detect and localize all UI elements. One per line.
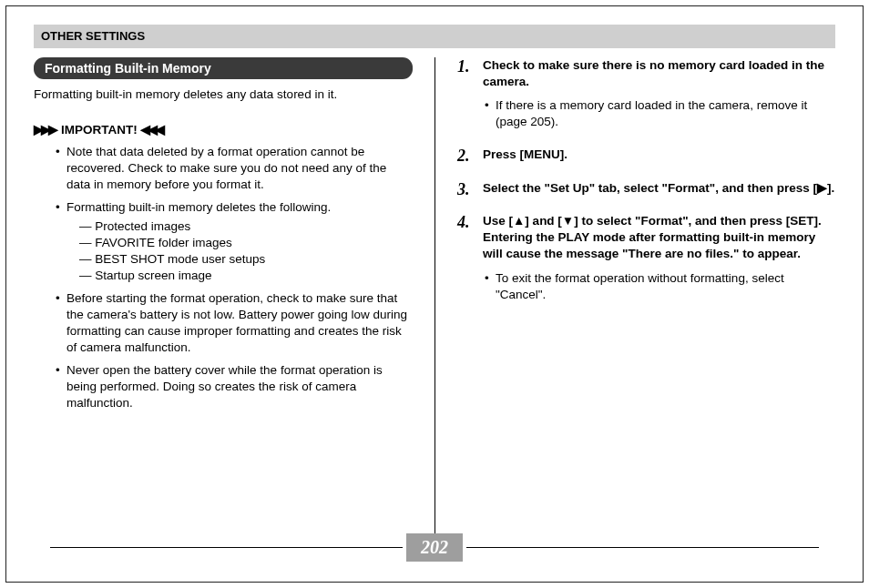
footer-rule bbox=[50, 547, 403, 548]
step-sublist: To exit the format operation without for… bbox=[483, 270, 835, 303]
chapter-title: OTHER SETTINGS bbox=[41, 29, 145, 43]
step-body: Select the "Set Up" tab, select "Format"… bbox=[483, 180, 835, 197]
chapter-header: OTHER SETTINGS bbox=[34, 25, 835, 48]
list-item-text: Startup screen image bbox=[95, 269, 211, 282]
step-number: 3. bbox=[457, 178, 470, 200]
step-body: Use [▲] and [▼] to select "Format", and … bbox=[483, 213, 835, 263]
page-footer: 202 bbox=[6, 533, 863, 562]
list-item-text: BEST SHOT mode user setups bbox=[95, 252, 265, 266]
step-item: 4. Use [▲] and [▼] to select "Format", a… bbox=[457, 213, 835, 303]
step-sublist: If there is a memory card loaded in the … bbox=[483, 97, 835, 130]
list-item: To exit the format operation without for… bbox=[496, 270, 835, 303]
list-item-text: Formatting built-in memory deletes the f… bbox=[66, 200, 331, 214]
arrow-right-icon: ▶▶▶ bbox=[34, 122, 56, 138]
page-number: 202 bbox=[406, 533, 463, 562]
step-item: 1. Check to make sure there is no memory… bbox=[457, 57, 835, 131]
step-number: 1. bbox=[457, 56, 470, 77]
list-item: FAVORITE folder images bbox=[79, 235, 413, 251]
deletes-list: Protected images FAVORITE folder images … bbox=[66, 218, 413, 285]
section-heading: Formatting Built-in Memory bbox=[34, 57, 413, 80]
list-item-text: To exit the format operation without for… bbox=[496, 271, 784, 301]
document-page: OTHER SETTINGS Formatting Built-in Memor… bbox=[5, 5, 864, 583]
list-item-text: Protected images bbox=[95, 219, 190, 233]
step-body: Check to make sure there is no memory ca… bbox=[483, 57, 835, 90]
step-number: 2. bbox=[457, 145, 470, 167]
list-item: If there is a memory card loaded in the … bbox=[496, 97, 835, 130]
arrow-left-icon: ▶▶▶ bbox=[143, 122, 165, 138]
list-item-text: Never open the battery cover while the f… bbox=[66, 363, 383, 410]
list-item-text: FAVORITE folder images bbox=[95, 236, 232, 249]
footer-rule bbox=[466, 547, 819, 548]
list-item: Formatting built-in memory deletes the f… bbox=[66, 199, 413, 285]
important-list: Note that data deleted by a format opera… bbox=[34, 144, 413, 411]
content-columns: Formatting Built-in Memory Formatting bu… bbox=[34, 57, 835, 540]
list-item: Before starting the format operation, ch… bbox=[66, 290, 413, 357]
step-item: 3. Select the "Set Up" tab, select "Form… bbox=[457, 180, 835, 197]
list-item: Startup screen image bbox=[79, 268, 413, 284]
important-label: IMPORTANT! bbox=[61, 122, 138, 138]
list-item: Protected images bbox=[79, 218, 413, 235]
list-item: BEST SHOT mode user setups bbox=[79, 251, 413, 268]
step-body: Press [MENU]. bbox=[483, 147, 835, 163]
right-column: 1. Check to make sure there is no memory… bbox=[434, 57, 835, 540]
list-item: Note that data deleted by a format opera… bbox=[66, 144, 413, 194]
important-callout: ▶▶▶ IMPORTANT! ▶▶▶ bbox=[34, 122, 413, 138]
procedure-steps: 1. Check to make sure there is no memory… bbox=[457, 57, 835, 303]
list-item-text: If there is a memory card loaded in the … bbox=[496, 98, 807, 128]
step-item: 2. Press [MENU]. bbox=[457, 147, 835, 163]
left-column: Formatting Built-in Memory Formatting bu… bbox=[34, 57, 434, 540]
step-number: 4. bbox=[457, 211, 470, 233]
section-intro: Formatting built-in memory deletes any d… bbox=[34, 86, 413, 103]
list-item-text: Before starting the format operation, ch… bbox=[66, 291, 407, 355]
section-heading-text: Formatting Built-in Memory bbox=[45, 61, 211, 76]
list-item-text: Note that data deleted by a format opera… bbox=[66, 145, 386, 191]
list-item: Never open the battery cover while the f… bbox=[66, 362, 413, 412]
